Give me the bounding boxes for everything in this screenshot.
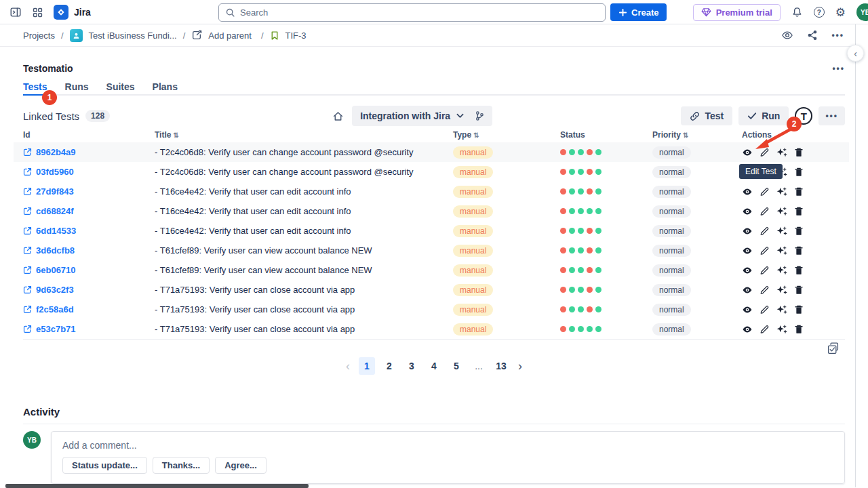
trash-icon[interactable] [794,186,804,197]
ai-generate-icon[interactable] [776,206,787,217]
watch-icon[interactable] [781,30,793,41]
pencil-icon[interactable] [760,325,769,334]
sort-icon[interactable]: ⇅ [173,131,178,139]
pencil-icon[interactable] [760,207,769,216]
eye-filled-icon[interactable] [742,226,753,236]
trash-icon[interactable] [794,245,804,256]
pagination-prev-icon[interactable]: ‹ [343,359,353,373]
tab-runs[interactable]: Runs [65,81,89,94]
eye-filled-icon[interactable] [742,246,753,256]
ai-generate-icon[interactable] [776,186,787,197]
toolbar-more-button[interactable]: ••• [818,106,845,125]
column-header-title[interactable]: Title⇅ [155,130,453,140]
column-header-priority[interactable]: Priority⇅ [652,130,742,140]
trash-icon[interactable] [794,265,804,275]
quick-reply-3[interactable]: Agree... [215,457,267,474]
more-icon[interactable]: ••• [831,30,844,40]
test-id-link[interactable]: e53c7b71 [23,324,155,334]
create-button[interactable]: Create [610,3,667,21]
help-icon[interactable]: ? [814,7,825,18]
search-input[interactable] [240,7,599,18]
pencil-icon[interactable] [760,187,769,197]
priority-badge: normal [652,166,691,178]
trash-icon[interactable] [794,304,804,314]
quick-reply-2[interactable]: Thanks... [153,457,210,474]
trash-icon[interactable] [794,226,804,236]
test-title: - T61cfef89: Verify user can view accoun… [155,245,453,256]
pagination-page-3[interactable]: 3 [403,357,420,375]
eye-filled-icon[interactable] [742,207,753,216]
eye-filled-icon[interactable] [742,325,753,334]
test-id-link[interactable]: 27d9f843 [23,186,155,197]
test-id-link[interactable]: 03fd5960 [23,167,155,177]
status-dot [560,306,566,312]
trash-icon[interactable] [794,206,804,216]
sidebar-toggle-icon[interactable] [9,6,22,18]
pagination-page-4[interactable]: 4 [426,357,442,375]
sort-icon[interactable]: ⇅ [473,131,479,139]
trash-icon[interactable] [794,324,804,334]
jira-home-link[interactable]: Jira [54,5,91,20]
ai-generate-icon[interactable] [776,324,787,335]
pagination-page-2[interactable]: 2 [381,357,397,375]
app-switcher-icon[interactable] [32,7,43,18]
eye-filled-icon[interactable] [742,305,753,314]
test-id-link[interactable]: 6eb06710 [23,265,155,275]
test-id-link[interactable]: 8962b4a9 [23,147,155,157]
breadcrumb-projects[interactable]: Projects [23,30,55,41]
run-button[interactable]: Run [738,106,789,125]
ai-generate-icon[interactable] [776,265,787,276]
ai-generate-icon[interactable] [776,226,787,237]
status-dot [595,228,601,234]
pagination-page-1[interactable]: 1 [359,357,375,375]
status-dot [578,169,584,175]
ai-generate-icon[interactable] [776,285,787,296]
eye-filled-icon[interactable] [742,285,753,295]
type-badge: manual [453,205,493,218]
collapse-panel-button[interactable]: ‹ [847,45,864,62]
ai-generate-icon[interactable] [776,245,787,256]
breadcrumb-project-name[interactable]: Test iBusiness Fundi... [89,30,177,41]
test-id-link[interactable]: 6dd14533 [23,226,155,236]
quick-reply-1[interactable]: Status update... [62,457,147,474]
tab-suites[interactable]: Suites [106,81,135,94]
eye-filled-icon[interactable] [742,187,753,197]
environment-dropdown[interactable]: Integration with Jira [352,106,492,126]
breadcrumb-add-parent[interactable]: Add parent [208,30,252,41]
column-header-type[interactable]: Type⇅ [453,130,560,140]
table-row: 6dd14533 - T16ce4e42: Verify that user c… [23,221,845,241]
test-id-link[interactable]: 9d63c2f3 [23,285,155,295]
premium-trial-button[interactable]: Premium trial [693,4,781,21]
pencil-icon[interactable] [760,285,769,295]
user-avatar[interactable]: YB [856,3,868,21]
pagination-page-13[interactable]: 13 [493,357,509,375]
notifications-bell-icon[interactable] [791,6,803,18]
sort-icon[interactable]: ⇅ [683,131,688,139]
test-button[interactable]: Test [681,106,732,125]
external-link-icon [23,226,32,235]
panel-more-icon[interactable]: ••• [832,64,845,73]
pencil-icon[interactable] [760,266,769,275]
breadcrumb-issue-key[interactable]: TIF-3 [285,30,307,41]
pagination-next-icon[interactable]: › [515,359,525,373]
home-icon[interactable] [332,110,344,122]
bulk-select-icon[interactable] [827,342,840,354]
pencil-icon[interactable] [760,246,769,256]
comment-box[interactable]: Add a comment... Status update...Thanks.… [51,431,845,484]
tab-plans[interactable]: Plans [153,81,178,94]
test-id-link[interactable]: cd68824f [23,206,155,216]
branch-icon[interactable] [475,110,484,121]
share-icon[interactable] [807,30,818,41]
gear-icon[interactable]: ⚙ [835,7,846,18]
trash-icon[interactable] [794,167,804,177]
run-button-label: Run [762,110,780,121]
global-search[interactable] [218,3,606,22]
ai-generate-icon[interactable] [776,304,787,315]
test-id-link[interactable]: f2c58a6d [23,304,155,314]
trash-icon[interactable] [794,285,804,295]
test-id-link[interactable]: 3d6dcfb8 [23,245,155,256]
eye-filled-icon[interactable] [742,266,753,275]
pagination-page-5[interactable]: 5 [448,357,465,375]
pencil-icon[interactable] [760,305,769,314]
pencil-icon[interactable] [760,226,769,236]
